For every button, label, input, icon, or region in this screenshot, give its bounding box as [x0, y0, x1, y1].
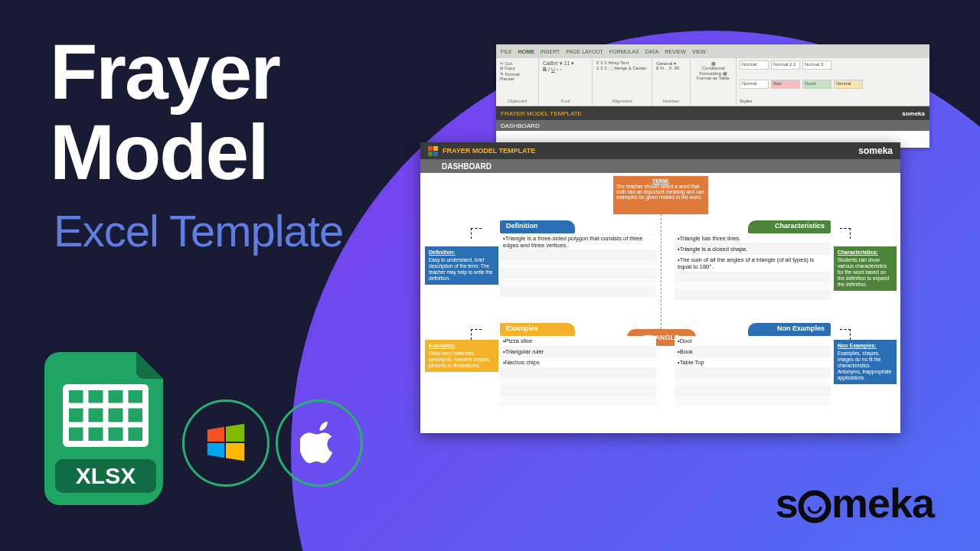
list-item: •Triangle is a closed shape. — [675, 244, 831, 255]
callout-text: Examples, shapes, images do no fit the c… — [838, 350, 891, 381]
connector — [471, 228, 482, 239]
definition-body: •Triangle is a three-sided polygon that … — [500, 233, 656, 297]
ribbon-format-painter: Format Painter — [500, 72, 520, 81]
svg-point-12 — [801, 493, 828, 520]
ribbon-group-label: Font — [543, 99, 588, 103]
someka-square-logo — [428, 146, 438, 156]
svg-text:XLSX: XLSX — [76, 463, 136, 488]
cell-style: Normal — [740, 80, 769, 89]
list-item: •Book — [675, 347, 831, 357]
callout-head: Non Examples: — [838, 343, 893, 350]
strip-brand: someka — [902, 110, 925, 117]
list-item: •Nachos chips — [500, 357, 656, 368]
callout-head: Definition: — [429, 249, 495, 256]
characteristics-tab: Characteristics — [748, 220, 831, 233]
characteristics-callout: Characteristics: Students can show vario… — [834, 246, 897, 291]
windows-icon — [204, 421, 248, 465]
list-item: •Triangle has three lines. — [675, 233, 831, 244]
list-item: •Pizza slice — [500, 336, 656, 347]
examples-callout: Examples: Daily used materials, synonyms… — [425, 340, 498, 372]
examples-tab: Examples — [500, 323, 575, 336]
ribbon-copy: Copy — [505, 66, 515, 70]
connector — [471, 329, 482, 340]
excel-template-substrip: DASHBOARD — [496, 120, 929, 131]
term-box: TERM: The teacher should select a word t… — [613, 176, 708, 214]
callout-head: Characteristics: — [838, 249, 893, 256]
excel-ribbon-screenshot: FILE HOME INSERT PAGE LAYOUT FORMULAS DA… — [496, 44, 929, 148]
xlsx-file-icon: XLSX — [44, 352, 178, 508]
list-item: •The sum of all the angles of a triangle… — [675, 255, 831, 272]
apple-platform-badge — [276, 399, 363, 487]
ribbon-group-label: Alignment — [596, 99, 648, 103]
ribbon-group-label: Styles — [740, 99, 926, 103]
board-subtitle: DASHBOARD — [442, 162, 492, 171]
list-item: •Door — [675, 336, 831, 347]
board-header: FRAYER MODEL TEMPLATE someka — [420, 142, 900, 159]
windows-platform-badge — [182, 399, 270, 487]
cell-style: Normal — [740, 60, 769, 70]
hero-title: Frayer Model — [50, 32, 279, 193]
excel-ribbon: ✂ Cut⧉ Copy✎ Format Painter Clipboard Ca… — [496, 58, 929, 106]
cell-style: Neutral — [834, 80, 863, 89]
nonexamples-callout: Non Examples: Examples, shapes, images d… — [834, 340, 897, 384]
excel-tab: PAGE LAYOUT — [566, 49, 603, 54]
cell-style: Good — [802, 80, 831, 89]
svg-marker-11 — [226, 443, 244, 461]
cell-style: Normal 3 — [802, 60, 831, 70]
callout-text: Students can show various characteristic… — [838, 257, 889, 288]
someka-wordmark: smeka — [776, 479, 934, 527]
excel-tab: FILE — [501, 49, 512, 54]
nonexamples-body: •Door •Book •Table Top — [675, 336, 831, 405]
excel-tab: FORMULAS — [609, 49, 639, 54]
hero-title-line1: Frayer — [50, 32, 279, 112]
excel-tab: INSERT — [541, 49, 560, 54]
ribbon-group-label: Clipboard — [500, 99, 534, 103]
connector — [840, 329, 851, 340]
callout-text: Easy to understand, brief description of… — [429, 257, 492, 281]
term-heading: TERM: — [616, 178, 705, 184]
term-connector — [661, 214, 662, 329]
strip-sub: DASHBOARD — [501, 122, 540, 129]
list-item: •Table Top — [675, 357, 831, 368]
list-item: •Triangle is a three-sided polygon that … — [500, 233, 656, 251]
apple-icon — [300, 421, 338, 465]
board-subheader: DASHBOARD — [420, 159, 900, 173]
definition-callout: Definition: Easy to understand, brief de… — [425, 246, 498, 285]
hero-subtitle: Excel Template — [54, 205, 343, 256]
frayer-template-board: FRAYER MODEL TEMPLATE someka DASHBOARD T… — [420, 142, 900, 433]
ribbon-conditional: Conditional Formatting — [699, 66, 724, 76]
ribbon-format-table: Format as Table — [697, 76, 730, 80]
definition-tab: Definition — [500, 220, 575, 233]
excel-template-strip: FRAYER MODEL TEMPLATE someka — [496, 106, 929, 120]
strip-title: FRAYER MODEL TEMPLATE — [501, 110, 582, 117]
ribbon-wrap: Wrap Text — [609, 60, 629, 65]
nonexamples-tab: Non Examples — [748, 323, 831, 336]
list-item: •Triangular ruler — [500, 347, 656, 357]
hero-title-line2: Model — [50, 112, 279, 193]
cell-style: Normal 2 2 — [771, 60, 800, 70]
svg-marker-10 — [207, 443, 224, 458]
characteristics-body: •Triangle has three lines. •Triangle is … — [675, 233, 831, 300]
examples-body: •Pizza slice •Triangular ruler •Nachos c… — [500, 336, 656, 405]
term-text: The teacher should select a word that bo… — [616, 184, 705, 200]
ribbon-group-label: Number — [656, 99, 686, 103]
svg-marker-8 — [207, 427, 224, 442]
excel-tab: DATA — [645, 49, 659, 54]
excel-tabbar: FILE HOME INSERT PAGE LAYOUT FORMULAS DA… — [496, 44, 929, 58]
board-body: TERM: The teacher should select a word t… — [420, 173, 900, 433]
excel-tab: VIEW — [692, 49, 706, 54]
svg-marker-9 — [226, 424, 244, 442]
ribbon-merge: Merge & Center — [614, 66, 646, 70]
board-brand: someka — [858, 145, 893, 156]
callout-head: Examples: — [429, 343, 495, 350]
callout-text: Daily used materials, synonyms, relevant… — [429, 350, 491, 368]
excel-tab: HOME — [518, 49, 534, 54]
board-title: FRAYER MODEL TEMPLATE — [443, 147, 535, 155]
connector — [840, 228, 851, 239]
excel-tab: REVIEW — [665, 49, 686, 54]
cell-style: Bad — [771, 80, 800, 89]
